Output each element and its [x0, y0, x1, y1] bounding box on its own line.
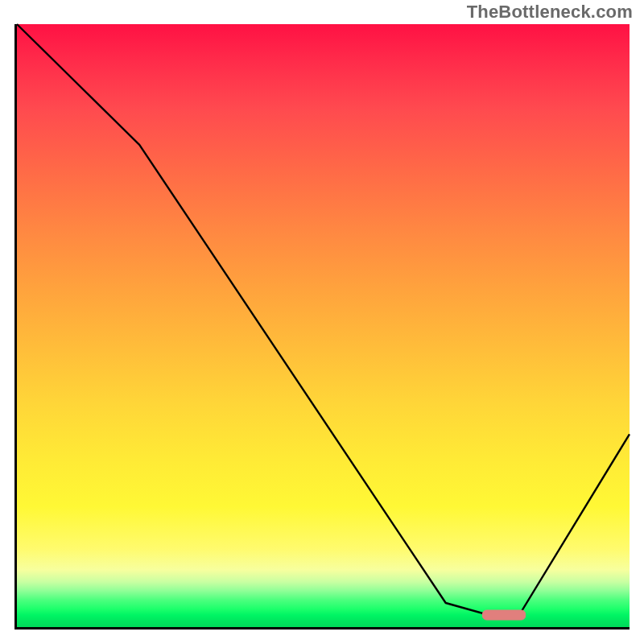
watermark-text: TheBottleneck.com — [467, 2, 633, 23]
axes-frame — [14, 24, 630, 630]
chart-container: TheBottleneck.com — [0, 0, 644, 644]
